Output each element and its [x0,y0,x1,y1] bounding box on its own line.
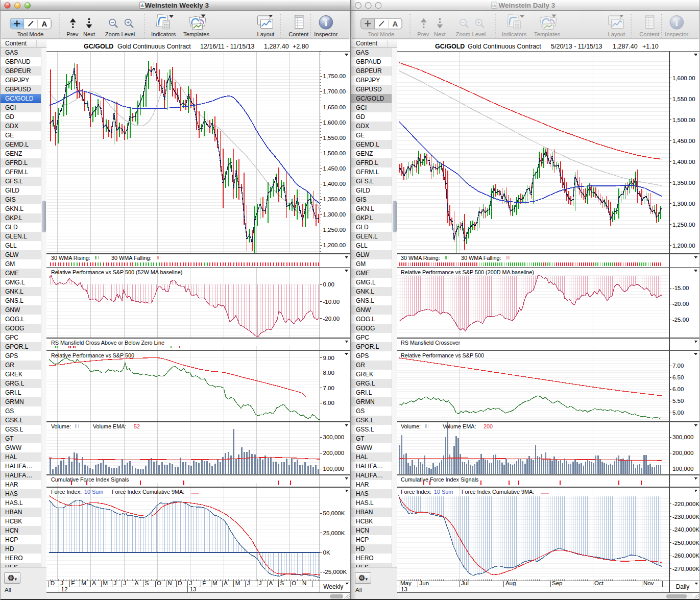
svg-text:Inspector: Inspector [314,31,337,37]
svg-text:1,600.00: 1,600.00 [323,119,346,126]
svg-text:25,000K: 25,000K [323,530,345,536]
svg-text:+1.10: +1.10 [642,43,659,50]
svg-text:Templates: Templates [183,31,209,37]
svg-text:1,300.00: 1,300.00 [672,201,695,207]
svg-text:A: A [392,20,398,28]
svg-text:1,200.00: 1,200.00 [672,243,695,249]
svg-text:Weinstein Weekly 3: Weinstein Weekly 3 [145,2,209,9]
svg-text:6.50: 6.50 [672,374,684,380]
svg-text:Indicators: Indicators [502,31,527,37]
svg-text:-10.00: -10.00 [323,299,340,305]
svg-text:Cumulative Force Index Signals: Cumulative Force Index Signals [401,476,479,483]
svg-text:Zoom Level: Zoom Level [105,31,135,37]
svg-text:30 WMA Falling:: 30 WMA Falling: [111,255,152,261]
svg-text:Gold Continuous Contract: Gold Continuous Contract [117,43,191,50]
svg-text:12: 12 [61,586,68,592]
svg-text:1,600.00: 1,600.00 [672,75,695,81]
svg-text:1,250.00: 1,250.00 [672,222,695,228]
svg-text:300,000: 300,000 [323,434,345,440]
svg-text:10 Sum: 10 Sum [434,489,453,495]
svg-text:12/16/11 - 11/15/13: 12/16/11 - 11/15/13 [200,43,255,50]
svg-text:-20.00: -20.00 [672,301,689,307]
svg-text:6.00: 6.00 [672,386,684,392]
svg-text:i: i [325,17,327,28]
svg-text:Tool Mode: Tool Mode [17,31,44,37]
svg-text:-250,000K: -250,000K [672,540,699,546]
svg-text:1,350.00: 1,350.00 [323,196,346,202]
svg-text:Daily: Daily [676,583,690,590]
svg-text:RS Mansfield Cross Above or Be: RS Mansfield Cross Above or Below Zero L… [51,340,164,346]
svg-text:1,500.00: 1,500.00 [323,150,346,156]
svg-text:1,550.00: 1,550.00 [323,135,346,141]
svg-text:Content: Content [639,31,660,37]
svg-text:+2.80: +2.80 [293,43,309,50]
svg-text:13: 13 [190,586,197,592]
svg-text:1,750.00: 1,750.00 [323,73,346,79]
svg-text:Indicators: Indicators [151,31,176,37]
svg-text:GC/GOLD: GC/GOLD [435,43,465,50]
svg-text:Prev: Prev [66,31,78,37]
svg-text:1,500.00: 1,500.00 [672,117,695,123]
svg-text:8.00: 8.00 [323,370,334,376]
svg-text:-25.00: -25.00 [672,317,689,323]
svg-text:Tool Mode: Tool Mode [368,31,395,37]
svg-text:7.00: 7.00 [323,385,334,391]
svg-text:1,287.40: 1,287.40 [264,43,289,50]
svg-text:-240,000K: -240,000K [672,526,699,533]
svg-text:13: 13 [401,586,407,592]
svg-text:Gold Continuous Contract: Gold Continuous Contract [468,43,541,50]
svg-text:Cumulative Force Index Signals: Cumulative Force Index Signals [51,476,129,483]
svg-text:Prev: Prev [417,31,429,37]
svg-text:Force Index Cumulative 9MA:: Force Index Cumulative 9MA: [462,489,534,495]
svg-text:0K: 0K [323,549,330,556]
svg-text:-230,000K: -230,000K [672,514,699,520]
svg-text:1,200.00: 1,200.00 [323,242,346,248]
svg-text:Content: Content [288,31,309,37]
svg-text:1,400.00: 1,400.00 [323,181,346,187]
svg-text:50,000K: 50,000K [323,510,345,516]
svg-text:Volume EMA:: Volume EMA: [93,423,126,429]
svg-text:1,700.00: 1,700.00 [323,88,346,94]
svg-text:Layout: Layout [608,31,625,37]
svg-text:Relative Performance vs S&P 50: Relative Performance vs S&P 500 (52W MA … [51,269,182,275]
svg-text:Volume EMA:: Volume EMA: [443,423,476,429]
svg-text:Next: Next [434,31,446,37]
svg-text:1,300.00: 1,300.00 [323,211,346,218]
svg-text:Inspector: Inspector [665,31,688,37]
svg-text:7.00: 7.00 [672,363,684,369]
svg-text:-15.00: -15.00 [672,285,689,291]
svg-text:1,350.00: 1,350.00 [672,180,695,186]
svg-text:Force Index:: Force Index: [51,489,82,495]
svg-text:-20.00: -20.00 [323,316,340,322]
svg-text:1,650.00: 1,650.00 [323,104,346,110]
svg-text:100,000: 100,000 [672,466,694,472]
svg-text:Zoom Level: Zoom Level [456,31,486,37]
svg-text:Relative Performance vs S&P 50: Relative Performance vs S&P 500 (200D MA… [401,269,534,275]
svg-text:300,000: 300,000 [672,434,694,440]
svg-text:1,400.00: 1,400.00 [672,159,695,165]
svg-text:i: i [675,17,678,28]
svg-text:-270,000K: -270,000K [672,566,699,572]
svg-text:30 WMA Rising:: 30 WMA Rising: [51,255,90,261]
svg-text:5/20/13 - 11/15/13: 5/20/13 - 11/15/13 [551,43,602,50]
svg-text:200,000: 200,000 [323,450,345,456]
svg-text:6.00: 6.00 [323,400,334,406]
svg-text:Next: Next [83,31,95,37]
svg-text:Layout: Layout [257,31,275,37]
svg-text:-25,000K: -25,000K [323,569,347,575]
svg-text:Templates: Templates [534,31,560,37]
svg-text:-260,000K: -260,000K [672,553,699,559]
svg-text:100,000: 100,000 [323,466,345,472]
svg-text:200,000: 200,000 [672,450,694,456]
svg-text:Weekly: Weekly [323,583,343,590]
svg-text:1,550.00: 1,550.00 [672,96,695,102]
svg-text:Relative Performance vs S&P 50: Relative Performance vs S&P 500 [401,352,484,358]
svg-text:10 Sum: 10 Sum [84,489,103,495]
svg-text:1,287.40: 1,287.40 [613,43,638,50]
svg-text:200: 200 [484,423,493,429]
svg-text:Relative Performance vs S&P 50: Relative Performance vs S&P 500 [51,352,134,358]
svg-text:-220,000K: -220,000K [672,501,699,507]
svg-text:5.00: 5.00 [672,410,684,416]
svg-text:9.00: 9.00 [323,355,334,361]
svg-text:52: 52 [134,423,140,429]
